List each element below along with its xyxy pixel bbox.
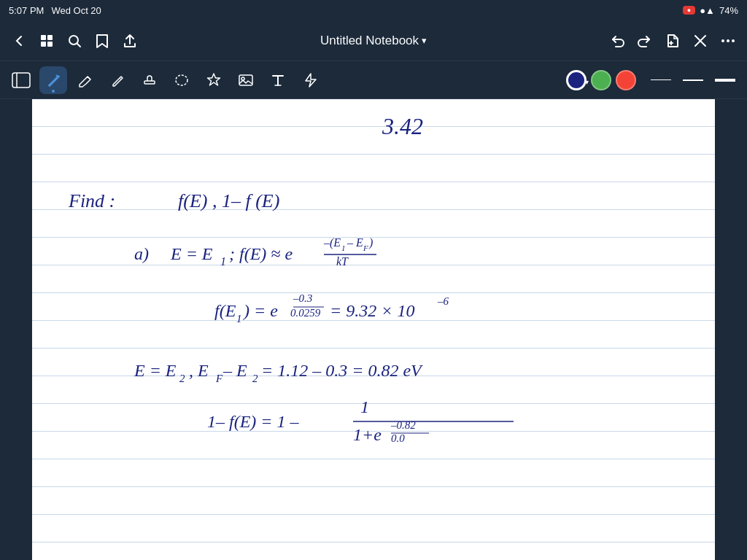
bookmark-button[interactable] <box>89 28 115 54</box>
main-toolbar: Untitled Notebook ▾ <box>0 20 747 61</box>
svg-text:): ) <box>368 236 373 249</box>
time-display: 5:07 PM <box>9 5 44 16</box>
status-left: 5:07 PM Wed Oct 20 <box>9 5 101 16</box>
pencil-tool-button[interactable] <box>104 66 131 94</box>
svg-text:f(E: f(E <box>214 301 236 320</box>
notebook-canvas[interactable]: 3.42 Find : f(E) , 1– f (E) a) E = E 1 ;… <box>32 99 715 560</box>
line-weight-thin-button[interactable] <box>646 66 676 94</box>
svg-text:= 1.12 – 0.3 = 0.82 eV: = 1.12 – 0.3 = 0.82 eV <box>261 361 423 380</box>
svg-text:1+e: 1+e <box>353 425 382 444</box>
wifi-icon: ●▲ <box>700 5 715 16</box>
svg-text:1: 1 <box>236 313 242 324</box>
line-weight-medium-button[interactable] <box>678 66 708 94</box>
sidebar-toggle-button[interactable] <box>7 66 35 94</box>
stamp-tool-button[interactable] <box>136 66 163 94</box>
svg-text:=  9.32 × 10: = 9.32 × 10 <box>330 301 414 320</box>
svg-rect-3 <box>47 42 53 47</box>
svg-text:2: 2 <box>252 373 258 384</box>
svg-text:,  E: , E <box>189 361 209 380</box>
svg-text:a): a) <box>134 244 149 263</box>
svg-text:E = E: E = E <box>133 361 177 380</box>
svg-text:1: 1 <box>360 397 369 416</box>
svg-point-12 <box>176 75 187 85</box>
svg-text:–0.82: –0.82 <box>390 419 416 431</box>
close-button[interactable] <box>687 28 713 54</box>
svg-text:) =  e: ) = e <box>242 301 278 320</box>
color-dark-blue-button[interactable]: ▾ <box>566 70 587 90</box>
svg-text:– E: – E <box>222 361 247 380</box>
svg-text:1: 1 <box>341 244 346 252</box>
line-weight-group <box>646 66 740 94</box>
svg-rect-0 <box>41 35 46 40</box>
line-weight-thick-button[interactable] <box>711 66 740 94</box>
notebook-title: Untitled Notebook <box>320 34 419 48</box>
svg-rect-9 <box>12 73 30 88</box>
svg-text:– E: – E <box>347 236 363 249</box>
svg-rect-1 <box>47 35 53 40</box>
color-red-button[interactable] <box>616 70 636 90</box>
pen-tool-button[interactable] <box>39 66 67 94</box>
svg-text:F: F <box>215 373 223 384</box>
svg-rect-13 <box>239 75 252 85</box>
svg-text:0.0: 0.0 <box>391 432 405 444</box>
svg-point-7 <box>727 39 729 42</box>
dropdown-icon: ▾ <box>422 35 427 46</box>
svg-text:–6: –6 <box>437 295 449 307</box>
add-page-button[interactable] <box>659 28 686 54</box>
svg-point-6 <box>721 39 724 42</box>
share-button[interactable] <box>117 28 143 54</box>
svg-rect-11 <box>144 81 155 84</box>
nav-group <box>6 28 143 54</box>
svg-text:F: F <box>363 244 368 252</box>
svg-text:f(E) , 1– f (E): f(E) , 1– f (E) <box>178 190 279 211</box>
record-indicator <box>683 6 695 15</box>
star-tool-button[interactable] <box>200 66 228 94</box>
svg-text:–0.3: –0.3 <box>293 292 312 304</box>
search-button[interactable] <box>61 28 88 54</box>
handwritten-content: 3.42 Find : f(E) , 1– f (E) a) E = E 1 ;… <box>32 99 715 560</box>
image-tool-button[interactable] <box>232 66 260 94</box>
lined-paper: 3.42 Find : f(E) , 1– f (E) a) E = E 1 ;… <box>32 99 715 560</box>
undo-button[interactable] <box>604 28 630 54</box>
drawing-toolbar: ▾ <box>0 61 747 99</box>
svg-point-8 <box>732 39 735 42</box>
svg-text:Find :: Find : <box>68 190 115 211</box>
eraser-tool-button[interactable] <box>71 66 99 94</box>
back-button[interactable] <box>6 28 32 54</box>
svg-rect-2 <box>41 42 46 47</box>
svg-text:2: 2 <box>179 373 185 384</box>
flash-tool-button[interactable] <box>296 66 324 94</box>
svg-text:E = E: E = E <box>170 244 213 263</box>
lasso-tool-button[interactable] <box>168 66 196 94</box>
status-bar: 5:07 PM Wed Oct 20 ●▲ 74% <box>0 0 747 20</box>
svg-text:0.0259: 0.0259 <box>290 307 321 319</box>
svg-text:–(E: –(E <box>323 236 341 249</box>
svg-text:;  f(E) ≈ e: ; f(E) ≈ e <box>229 244 293 263</box>
redo-button[interactable] <box>632 28 658 54</box>
svg-line-5 <box>77 44 80 47</box>
date-display: Wed Oct 20 <box>51 5 101 16</box>
color-green-button[interactable] <box>591 70 611 90</box>
grid-button[interactable] <box>34 28 60 54</box>
action-group <box>604 28 741 54</box>
svg-point-4 <box>69 36 78 44</box>
svg-text:kT: kT <box>336 255 349 268</box>
svg-text:3.42: 3.42 <box>382 113 423 139</box>
color-selector: ▾ <box>566 70 636 90</box>
battery-display: 74% <box>719 5 738 16</box>
svg-text:1: 1 <box>220 255 226 268</box>
status-right: ●▲ 74% <box>683 5 738 16</box>
svg-text:1– f(E) =  1 –: 1– f(E) = 1 – <box>207 412 300 431</box>
more-button[interactable] <box>715 28 741 54</box>
notebook-title-area[interactable]: Untitled Notebook ▾ <box>311 29 436 52</box>
text-tool-button[interactable] <box>264 66 292 94</box>
